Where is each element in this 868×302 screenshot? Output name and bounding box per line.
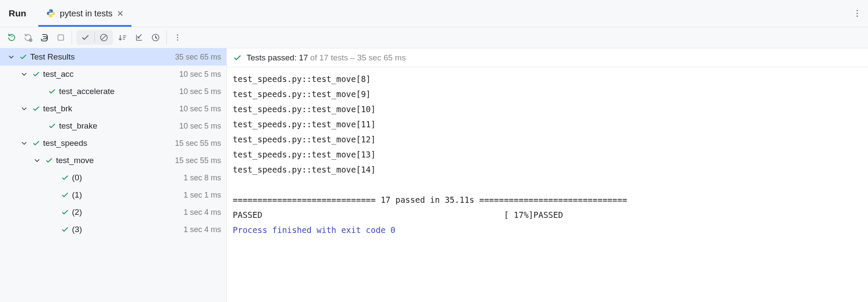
node-label: (3) xyxy=(72,225,82,234)
show-passed-toggle[interactable] xyxy=(76,30,94,45)
tree-leaf-test-brake[interactable]: test_brake 10 sec 5 ms xyxy=(0,117,226,135)
tab-pytest[interactable]: pytest in tests ✕ xyxy=(38,0,131,27)
svg-point-10 xyxy=(177,40,178,41)
check-icon xyxy=(60,173,70,182)
tree-leaf-1[interactable]: (1) 1 sec 1 ms xyxy=(0,186,226,204)
tests-total-time: of 17 tests – 35 sec 65 ms xyxy=(308,53,406,62)
toolbar-separator xyxy=(166,31,167,44)
console-line: test_speeds.py::test_move[9] xyxy=(233,89,376,99)
node-label: test_brake xyxy=(59,121,97,131)
tree-node-test-speeds[interactable]: test_speeds 15 sec 55 ms xyxy=(0,135,226,152)
tree-root-time: 35 sec 65 ms xyxy=(175,53,221,62)
node-label: test_acc xyxy=(43,69,74,79)
tab-label: pytest in tests xyxy=(60,9,112,19)
tree-leaf-3[interactable]: (3) 1 sec 4 ms xyxy=(0,221,226,238)
console-line: test_speeds.py::test_move[10] xyxy=(233,104,381,114)
svg-point-1 xyxy=(857,13,858,14)
show-ignored-toggle[interactable] xyxy=(95,30,113,45)
tests-passed-count: Tests passed: 17 xyxy=(247,53,308,62)
node-label: (2) xyxy=(72,208,82,217)
node-label: test_accelerate xyxy=(59,87,115,96)
check-icon xyxy=(31,104,41,113)
rerun-failed-button[interactable] xyxy=(21,30,35,45)
node-label: test_move xyxy=(56,156,94,165)
chevron-down-icon[interactable] xyxy=(22,72,29,77)
node-time: 15 sec 55 ms xyxy=(175,139,221,148)
console-output[interactable]: test_speeds.py::test_move[8] test_speeds… xyxy=(227,67,868,302)
node-time: 10 sec 5 ms xyxy=(179,104,221,113)
console-tail: PASSED [ 17%]PASSED xyxy=(233,210,617,220)
check-icon xyxy=(19,52,28,62)
console-line: test_speeds.py::test_move[13] xyxy=(233,150,381,159)
tree-leaf-test-accelerate[interactable]: test_accelerate 10 sec 5 ms xyxy=(0,83,226,100)
console-line: test_speeds.py::test_move[12] xyxy=(233,135,381,144)
check-icon xyxy=(60,208,70,217)
console-separator: ============================= 17 passed … xyxy=(233,195,627,204)
console-output-pane: Tests passed: 17 of 17 tests – 35 sec 65… xyxy=(227,48,868,302)
node-time: 10 sec 5 ms xyxy=(179,122,221,131)
panel-title: Run xyxy=(9,8,38,19)
sort-alphabetically-button[interactable] xyxy=(116,30,130,45)
tree-node-test-acc[interactable]: test_acc 10 sec 5 ms xyxy=(0,66,226,83)
test-toolbar xyxy=(0,27,868,48)
tree-root-label: Test Results xyxy=(30,52,75,62)
test-status-filter xyxy=(76,30,113,45)
svg-line-6 xyxy=(102,35,106,40)
close-icon[interactable]: ✕ xyxy=(117,9,124,18)
tool-window-options-icon[interactable] xyxy=(851,7,864,20)
node-label: test_speeds xyxy=(43,138,87,148)
svg-rect-4 xyxy=(58,35,64,41)
chevron-down-icon[interactable] xyxy=(22,106,29,111)
more-options-icon[interactable] xyxy=(170,30,185,45)
tree-leaf-0[interactable]: (0) 1 sec 8 ms xyxy=(0,169,226,186)
tree-root[interactable]: Test Results 35 sec 65 ms xyxy=(0,48,226,66)
check-icon xyxy=(233,53,242,63)
node-time: 1 sec 4 ms xyxy=(184,208,221,217)
svg-point-9 xyxy=(177,37,178,38)
check-icon xyxy=(47,87,57,96)
svg-point-2 xyxy=(857,16,858,17)
node-label: (1) xyxy=(72,190,82,200)
node-time: 1 sec 8 ms xyxy=(184,173,221,182)
node-time: 1 sec 4 ms xyxy=(184,225,221,234)
stop-button[interactable] xyxy=(53,30,68,45)
toggle-auto-test-button[interactable] xyxy=(37,30,52,45)
rerun-button[interactable] xyxy=(4,30,19,45)
import-tests-button[interactable] xyxy=(132,30,147,45)
check-icon xyxy=(60,225,70,234)
check-icon xyxy=(47,121,57,131)
node-label: test_brk xyxy=(43,104,72,113)
tree-node-test-brk[interactable]: test_brk 10 sec 5 ms xyxy=(0,100,226,117)
toolbar-separator xyxy=(72,31,72,44)
test-history-button[interactable] xyxy=(148,30,163,45)
tree-node-test-move[interactable]: test_move 15 sec 55 ms xyxy=(0,152,226,169)
check-icon xyxy=(31,138,41,148)
test-tree[interactable]: Test Results 35 sec 65 ms test_acc 10 se… xyxy=(0,48,227,302)
node-time: 10 sec 5 ms xyxy=(179,70,221,79)
tree-leaf-2[interactable]: (2) 1 sec 4 ms xyxy=(0,204,226,221)
check-icon xyxy=(31,69,41,79)
check-icon xyxy=(44,156,54,165)
node-time: 10 sec 5 ms xyxy=(179,87,221,96)
chevron-down-icon[interactable] xyxy=(34,158,42,163)
console-line: test_speeds.py::test_move[8] xyxy=(233,74,376,84)
console-line: test_speeds.py::test_move[11] xyxy=(233,120,381,129)
tab-strip: Run pytest in tests ✕ xyxy=(0,0,868,27)
chevron-down-icon[interactable] xyxy=(9,54,16,60)
node-label: (0) xyxy=(72,173,82,182)
node-time: 1 sec 1 ms xyxy=(184,191,221,200)
test-summary-bar: Tests passed: 17 of 17 tests – 35 sec 65… xyxy=(227,48,868,67)
svg-point-8 xyxy=(177,35,178,36)
console-line: test_speeds.py::test_move[14] xyxy=(233,165,381,174)
svg-point-0 xyxy=(857,10,858,11)
console-exit: Process finished with exit code 0 xyxy=(233,225,396,235)
python-icon xyxy=(46,9,56,18)
chevron-down-icon[interactable] xyxy=(22,141,29,146)
node-time: 15 sec 55 ms xyxy=(175,156,221,165)
svg-point-3 xyxy=(29,38,33,42)
check-icon xyxy=(60,190,70,200)
